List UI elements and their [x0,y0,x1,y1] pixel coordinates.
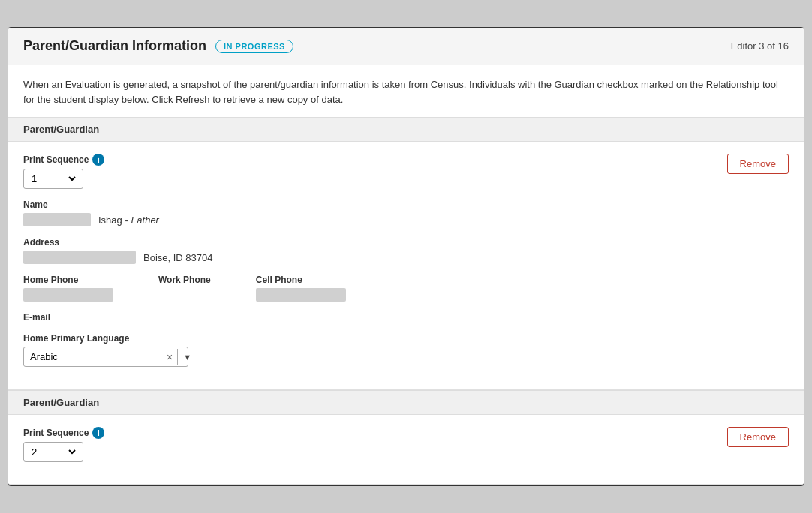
guardian2-print-sequence-select[interactable]: 1 2 3 [23,442,83,462]
name-label: Name [23,200,789,210]
work-phone-label: Work Phone [158,274,211,285]
home-phone-group: Home Phone [23,274,113,302]
remove-button-2[interactable]: Remove [727,427,789,447]
section-header-2: Parent/Guardian [8,390,804,415]
address-group: Address Boise, ID 83704 [23,237,789,264]
name-redacted [23,213,91,226]
header-left: Parent/Guardian Information IN PROGRESS [23,38,293,54]
remove-button-1[interactable]: Remove [727,154,789,174]
address-redacted [23,250,136,264]
language-combo[interactable]: × ▼ [23,346,188,367]
language-clear-icon[interactable]: × [162,352,177,362]
email-label: E-mail [23,312,789,322]
status-badge: IN PROGRESS [215,40,293,53]
page-container: Parent/Guardian Information IN PROGRESS … [8,27,804,486]
guardian-row-top: Print Sequence i 1 2 3 Remove [23,154,789,200]
email-group: E-mail [23,312,789,322]
guardian2-print-sequence-dropdown[interactable]: 1 2 3 [29,446,78,458]
print-sequence-select[interactable]: 1 2 3 [23,169,83,189]
cell-phone-group: Cell Phone [256,274,346,302]
name-suffix: Ishag - Father [98,214,159,226]
language-dropdown-icon[interactable]: ▼ [177,349,197,365]
name-row: Ishag - Father [23,213,789,226]
page-title: Parent/Guardian Information [23,38,206,54]
print-sequence-dropdown[interactable]: 1 2 3 [29,172,78,185]
page-header: Parent/Guardian Information IN PROGRESS … [8,28,804,65]
address-row: Boise, ID 83704 [23,250,789,264]
guardian2-row-top: Print Sequence i 1 2 3 Remove [23,427,789,472]
guardian2-print-sequence-label: Print Sequence i [23,427,104,439]
description-section: When an Evaluation is generated, a snaps… [8,65,804,117]
print-sequence-group: Print Sequence i 1 2 3 [23,154,104,189]
language-label: Home Primary Language [23,333,789,344]
guardian2-print-sequence-group: Print Sequence i 1 2 3 [23,427,104,462]
description-text: When an Evaluation is generated, a snaps… [23,77,789,106]
home-phone-label: Home Phone [23,274,113,285]
language-group: Home Primary Language × ▼ [23,333,789,367]
guardian-block-1: Print Sequence i 1 2 3 Remove Name [8,142,804,390]
name-group: Name Ishag - Father [23,200,789,226]
guardian-block-2: Print Sequence i 1 2 3 Remove [8,415,804,485]
address-text: Boise, ID 83704 [143,252,213,263]
cell-phone-redacted [256,288,346,302]
work-phone-group: Work Phone [158,274,211,302]
editor-label: Editor 3 of 16 [731,40,789,52]
language-input[interactable] [24,347,162,366]
section-header-1: Parent/Guardian [8,117,804,142]
cell-phone-label: Cell Phone [256,274,346,285]
print-sequence-info-icon[interactable]: i [92,154,104,166]
home-phone-redacted [23,288,113,302]
address-label: Address [23,237,789,248]
guardian2-print-sequence-info-icon[interactable]: i [92,427,104,439]
print-sequence-label: Print Sequence i [23,154,104,166]
phone-row: Home Phone Work Phone Cell Phone [23,274,789,302]
